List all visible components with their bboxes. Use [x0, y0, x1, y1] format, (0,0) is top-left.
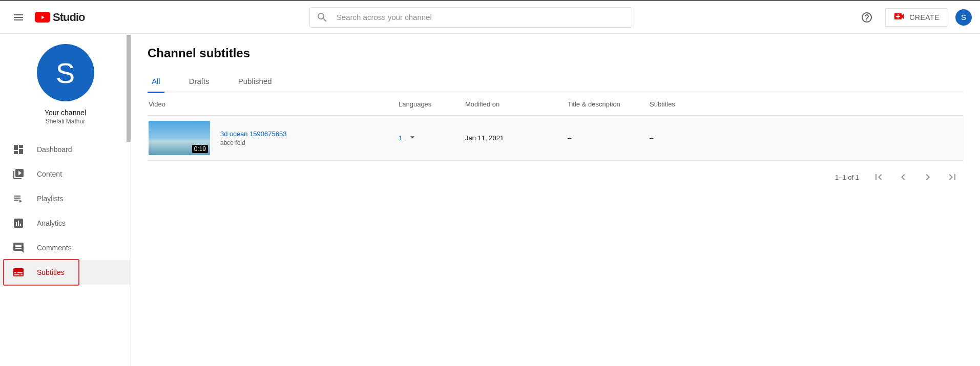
- sidebar-item-subtitles[interactable]: Subtitles: [0, 260, 131, 285]
- help-icon[interactable]: [857, 7, 877, 28]
- create-video-icon: [893, 10, 905, 24]
- create-button[interactable]: CREATE: [885, 8, 947, 27]
- app-header: Studio CREATE S: [0, 1, 980, 34]
- chevron-down-icon[interactable]: [407, 132, 418, 144]
- create-button-label: CREATE: [909, 13, 940, 21]
- sidebar-item-label: Dashboard: [37, 145, 72, 154]
- sidebar-item-analytics[interactable]: Analytics: [0, 211, 131, 235]
- col-header-subtitles: Subtitles: [650, 100, 964, 108]
- analytics-icon: [12, 217, 25, 229]
- video-duration: 0:19: [192, 145, 208, 153]
- subtitles-value: –: [650, 134, 964, 142]
- sidebar-item-label: Analytics: [37, 219, 66, 227]
- content-icon: [12, 168, 25, 180]
- sidebar-item-playlists[interactable]: Playlists: [0, 186, 131, 211]
- sidebar: S Your channel Shefali Mathur Dashboard …: [0, 34, 131, 366]
- sidebar-item-label: Content: [37, 170, 62, 178]
- subtitles-icon: [12, 266, 25, 278]
- tabs: All Drafts Published: [148, 71, 964, 93]
- comments-icon: [12, 242, 25, 254]
- table-row[interactable]: 0:19 3d ocean 1590675653 abce foid 1 Jan…: [148, 116, 964, 161]
- menu-icon[interactable]: [8, 7, 29, 28]
- logo[interactable]: Studio: [35, 11, 85, 24]
- search-input[interactable]: [337, 13, 625, 21]
- sidebar-item-label: Playlists: [37, 195, 63, 203]
- dashboard-icon: [12, 143, 25, 156]
- col-header-video: Video: [148, 100, 399, 108]
- page-title: Channel subtitles: [148, 46, 964, 60]
- search-box[interactable]: [309, 7, 632, 28]
- first-page-icon[interactable]: [869, 168, 888, 186]
- video-description: abce foid: [220, 139, 286, 146]
- col-header-title-desc: Title & description: [568, 100, 650, 108]
- last-page-icon[interactable]: [943, 168, 962, 186]
- tab-all[interactable]: All: [148, 71, 164, 93]
- table-header: Video Languages Modified on Title & desc…: [148, 93, 964, 116]
- col-header-languages: Languages: [399, 100, 465, 108]
- scrollbar[interactable]: [127, 35, 131, 142]
- channel-block: S Your channel Shefali Mathur: [0, 34, 131, 133]
- sidebar-item-dashboard[interactable]: Dashboard: [0, 137, 131, 162]
- tab-drafts[interactable]: Drafts: [185, 71, 214, 93]
- playlist-icon: [12, 192, 25, 205]
- user-avatar[interactable]: S: [955, 9, 972, 26]
- sidebar-item-label: Comments: [37, 244, 72, 252]
- youtube-play-icon: [35, 12, 50, 23]
- video-thumbnail[interactable]: 0:19: [149, 121, 210, 155]
- title-desc-value: –: [568, 134, 650, 142]
- logo-text: Studio: [53, 11, 85, 24]
- video-title-link[interactable]: 3d ocean 1590675653: [220, 130, 286, 138]
- channel-avatar[interactable]: S: [37, 44, 94, 101]
- next-page-icon[interactable]: [919, 168, 937, 186]
- pagination: 1–1 of 1: [148, 161, 964, 193]
- channel-name: Shefali Mathur: [0, 118, 131, 125]
- search-icon: [316, 11, 328, 24]
- col-header-modified: Modified on: [465, 100, 568, 108]
- tab-published[interactable]: Published: [234, 71, 276, 93]
- your-channel-label: Your channel: [0, 109, 131, 117]
- language-count: 1: [399, 134, 402, 142]
- pagination-range: 1–1 of 1: [835, 174, 859, 181]
- sidebar-item-content[interactable]: Content: [0, 162, 131, 186]
- main-content: Channel subtitles All Drafts Published V…: [131, 34, 980, 366]
- prev-page-icon[interactable]: [894, 168, 912, 186]
- sidebar-item-label: Subtitles: [37, 268, 65, 276]
- sidebar-item-comments[interactable]: Comments: [0, 235, 131, 260]
- modified-date: Jan 11, 2021: [465, 134, 568, 142]
